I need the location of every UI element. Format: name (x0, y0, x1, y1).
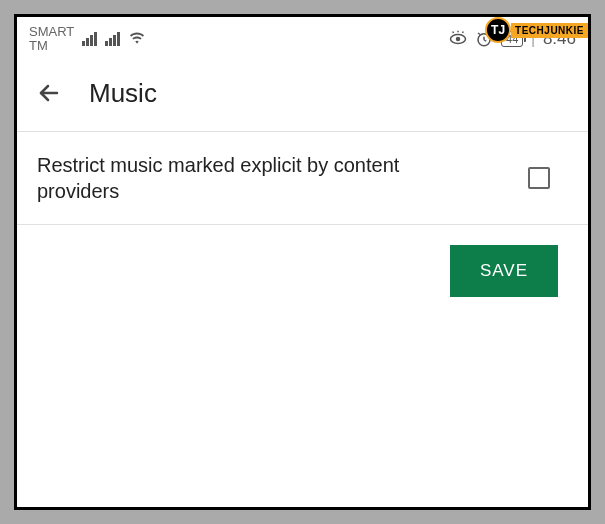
signal-icon-2 (105, 32, 120, 46)
svg-line-4 (463, 32, 464, 34)
wifi-icon (128, 32, 146, 46)
watermark-text: TECHJUNKIE (511, 23, 588, 38)
svg-point-1 (457, 38, 460, 41)
save-button[interactable]: SAVE (450, 245, 558, 297)
setting-label: Restrict music marked explicit by conten… (37, 152, 457, 204)
svg-line-3 (453, 32, 454, 34)
status-left: SMART TM (29, 25, 146, 54)
eye-icon (449, 30, 467, 48)
explicit-restriction-row[interactable]: Restrict music marked explicit by conten… (17, 132, 588, 225)
svg-line-8 (478, 33, 480, 35)
carrier-label: SMART TM (29, 25, 74, 54)
watermark-logo: TJ (485, 17, 511, 43)
page-header: Music (17, 58, 588, 132)
explicit-checkbox[interactable] (528, 167, 550, 189)
back-icon[interactable] (37, 81, 61, 105)
watermark: TJ TECHJUNKIE (485, 17, 588, 43)
page-title: Music (89, 78, 157, 109)
signal-icon (82, 32, 97, 46)
actions-bar: SAVE (17, 225, 588, 317)
app-frame: TJ TECHJUNKIE SMART TM (14, 14, 591, 510)
